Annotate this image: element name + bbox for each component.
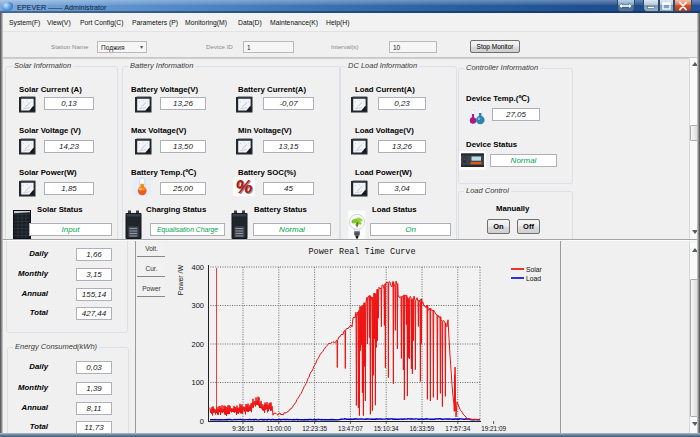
svg-text:12:23:35: 12:23:35 (302, 425, 327, 432)
svg-text:Power Real Time Curve: Power Real Time Curve (308, 247, 415, 257)
svg-text:9:36:15: 9:36:15 (232, 425, 254, 432)
svg-text:400: 400 (191, 263, 204, 272)
svg-text:17:57:34: 17:57:34 (445, 425, 470, 432)
svg-text:Solar: Solar (526, 266, 543, 273)
svg-text:300: 300 (191, 301, 204, 310)
svg-text:100: 100 (191, 378, 204, 387)
svg-text:200: 200 (191, 340, 204, 349)
svg-text:Power /W: Power /W (177, 264, 184, 295)
svg-text:13:47:07: 13:47:07 (338, 425, 363, 432)
svg-text:19:21:09: 19:21:09 (481, 425, 506, 432)
svg-text:0: 0 (200, 417, 204, 426)
svg-text:Load: Load (526, 275, 541, 282)
svg-text:16:33:59: 16:33:59 (410, 425, 435, 432)
svg-text:15:10:34: 15:10:34 (374, 425, 399, 432)
svg-text:11:00:00: 11:00:00 (267, 425, 292, 432)
